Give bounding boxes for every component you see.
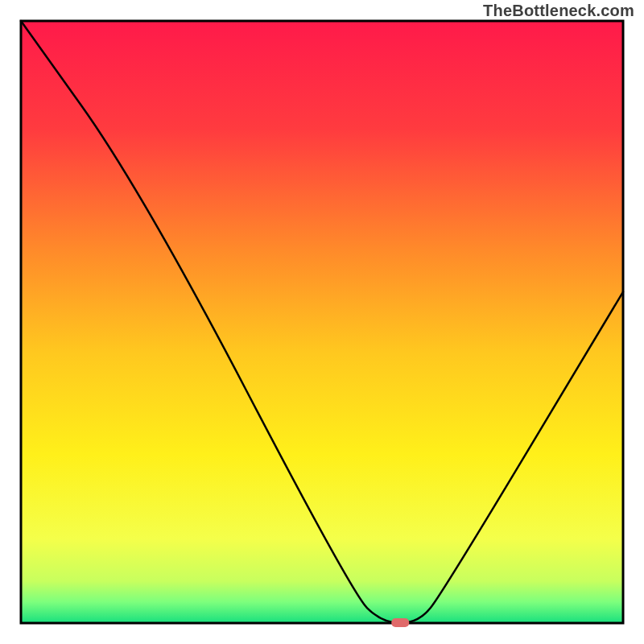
bottleneck-chart — [0, 0, 644, 644]
optimal-point-marker — [391, 618, 409, 627]
watermark-text: TheBottleneck.com — [483, 2, 634, 20]
